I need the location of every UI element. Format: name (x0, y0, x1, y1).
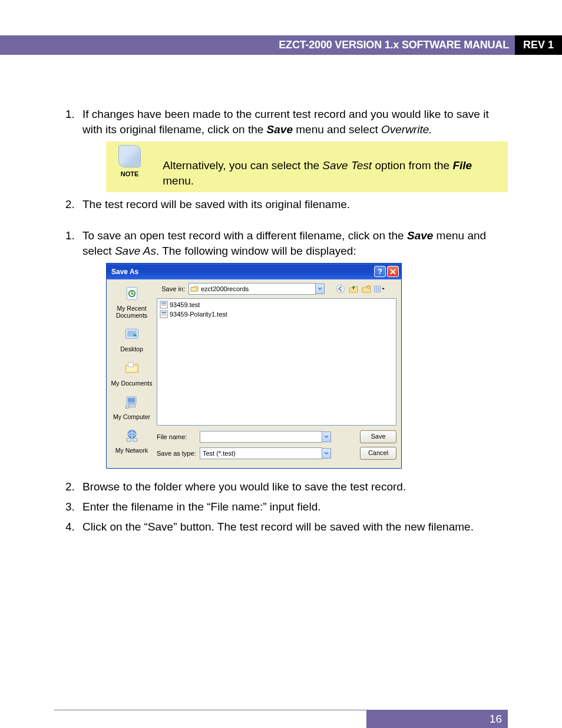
svg-rect-26 (161, 314, 166, 314)
back-button[interactable] (335, 284, 346, 294)
list-item: If changes have been made to the current… (78, 107, 508, 192)
list-item: Click on the “Save” button. The test rec… (78, 519, 508, 535)
savetype-combo[interactable]: Test (*.test) (200, 447, 322, 459)
savetype-dropdown-arrow[interactable] (322, 448, 331, 459)
svg-rect-6 (128, 398, 135, 403)
header-rev: REV 1 (515, 35, 562, 55)
svg-rect-21 (161, 302, 166, 304)
svg-rect-25 (161, 312, 166, 313)
svg-rect-10 (127, 438, 131, 441)
savetype-label: Save as type: (157, 449, 200, 458)
views-button[interactable] (374, 284, 385, 294)
place-recent[interactable]: My Recent Documents (107, 285, 157, 319)
mynetwork-icon (123, 428, 141, 444)
close-button[interactable] (387, 266, 399, 277)
new-folder-button[interactable]: ★ (361, 284, 372, 294)
chevron-down-icon (324, 452, 329, 455)
svg-point-12 (336, 285, 345, 293)
help-button[interactable]: ? (374, 266, 386, 277)
svg-rect-23 (161, 305, 166, 306)
mycomputer-icon (123, 394, 141, 410)
place-desktop[interactable]: Desktop (107, 326, 157, 353)
svg-rect-27 (161, 315, 166, 315)
list-item: To save an open test record with a diffe… (78, 228, 508, 469)
file-list[interactable]: 93459.test 93459-Polarity1.test (157, 298, 396, 426)
new-folder-icon: ★ (361, 284, 372, 294)
note-text: Alternatively, you can select the Save T… (146, 145, 501, 188)
recent-docs-icon (123, 285, 141, 302)
dialog-title: Save As (111, 267, 373, 276)
chevron-down-icon (318, 287, 322, 291)
folder-open-icon (190, 285, 199, 292)
list-item: Enter the filename in the “File name:” i… (78, 499, 508, 515)
place-mydocs[interactable]: My Documents (107, 360, 157, 387)
savein-dropdown-arrow[interactable] (315, 284, 325, 294)
svg-rect-22 (161, 304, 166, 305)
desktop-icon (123, 326, 141, 342)
savein-combo[interactable]: ezct2000records (189, 283, 316, 295)
list-item: The test record will be saved with its o… (78, 197, 508, 212)
svg-rect-15 (375, 286, 381, 292)
file-icon (160, 301, 168, 309)
file-icon (160, 310, 168, 318)
svg-rect-8 (125, 405, 128, 408)
savein-value: ezct2000records (201, 285, 314, 294)
filename-dropdown-arrow[interactable] (322, 431, 331, 442)
save-as-dialog: Save As ? My Recent Documents (106, 263, 402, 469)
views-icon (374, 285, 385, 294)
filename-input[interactable] (200, 431, 322, 443)
file-item[interactable]: 93459-Polarity1.test (160, 309, 394, 318)
place-mycomputer[interactable]: My Computer (107, 394, 157, 420)
svg-rect-11 (133, 438, 137, 441)
titlebar[interactable]: Save As ? (107, 263, 401, 279)
page-header: EZCT-2000 VERSION 1.x SOFTWARE MANUAL RE… (0, 35, 562, 55)
savein-label: Save in: (157, 285, 189, 294)
header-title: EZCT-2000 VERSION 1.x SOFTWARE MANUAL (0, 35, 515, 55)
place-mynetwork[interactable]: My Network (107, 428, 157, 454)
chevron-down-icon (324, 435, 329, 439)
page-footer: 16 (54, 710, 508, 728)
procedure-list-b: To save an open test record with a diffe… (54, 228, 508, 534)
note-label: NOTE (113, 170, 146, 179)
save-button[interactable]: Save (360, 430, 396, 443)
svg-rect-4 (128, 363, 133, 367)
places-bar: My Recent Documents Desktop My Documents (107, 279, 157, 468)
note-box: NOTE Alternatively, you can select the S… (106, 141, 508, 192)
cancel-button[interactable]: Cancel (360, 447, 396, 460)
folder-up-icon (348, 284, 359, 294)
list-item: Browse to the folder where you would lik… (78, 479, 508, 495)
note-icon (118, 145, 141, 167)
close-icon (390, 269, 396, 275)
up-one-level-button[interactable] (348, 284, 359, 294)
back-icon (335, 284, 346, 294)
file-item[interactable]: 93459.test (160, 300, 394, 309)
page-number: 16 (366, 710, 508, 728)
svg-rect-7 (128, 404, 135, 407)
procedure-list-a: If changes have been made to the current… (54, 107, 508, 212)
mydocuments-icon (123, 360, 141, 377)
filename-label: File name: (157, 433, 200, 442)
